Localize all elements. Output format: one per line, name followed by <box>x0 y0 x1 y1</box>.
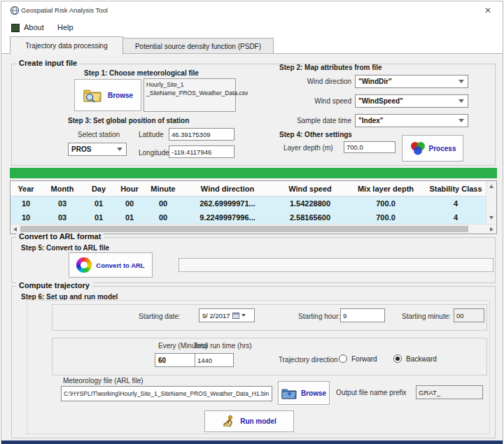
browse-met-file-button[interactable]: Browse <box>74 79 141 111</box>
cell: 10 <box>10 210 41 224</box>
starting-hour-label: Starting hour: <box>298 313 340 320</box>
trajectory-direction-label: Trajectory direction <box>279 356 338 364</box>
wind-direction-select[interactable]: "WindDir" <box>355 75 468 88</box>
process-progress-bar <box>10 168 497 178</box>
process-button[interactable]: Process <box>402 135 463 162</box>
table-row[interactable]: 10 03 01 01 00 9.2249997996... 2.5816560… <box>10 210 486 224</box>
starting-date-picker[interactable]: 9/ 2/2017 <box>199 308 255 322</box>
longitude-input[interactable] <box>169 145 234 158</box>
layer-depth-input[interactable] <box>344 141 396 153</box>
cell: 700.0 <box>346 210 425 224</box>
wind-speed-value: "WindSpeed" <box>358 97 403 105</box>
wind-direction-value: "WindDir" <box>358 78 392 85</box>
title-bar: Geospatial Risk Analysis Tool ✕ <box>1 1 503 20</box>
output-prefix-input[interactable] <box>416 385 483 399</box>
cell: 2.58165600 <box>274 210 346 224</box>
radio-selected-icon <box>393 355 402 363</box>
scroll-down-icon[interactable] <box>486 213 496 222</box>
browse-arl-button[interactable]: Browse <box>278 381 330 405</box>
convert-to-arl-label: Convert to ARL <box>96 262 144 269</box>
sample-date-value: "Index" <box>358 117 384 124</box>
close-icon[interactable]: ✕ <box>482 5 494 16</box>
col-day[interactable]: Day <box>83 181 114 196</box>
met-file-display: Hourly_Site_1 _SiteName_PROS_Weather_Dat… <box>144 78 236 112</box>
app-icon <box>10 6 20 15</box>
latitude-label: Latitude <box>139 131 164 138</box>
step2-title: Step 2: Map attributes from file <box>279 64 382 71</box>
station-select[interactable]: PROS <box>68 143 127 156</box>
scroll-up-icon[interactable] <box>486 182 496 191</box>
convert-progress-bar <box>178 258 493 272</box>
station-value: PROS <box>71 145 91 153</box>
col-mix-layer-depth[interactable]: Mix layer depth <box>346 181 425 196</box>
table-header-row: Year Month Day Hour Minute Wind directio… <box>10 181 486 196</box>
total-run-time-input[interactable] <box>195 353 234 367</box>
total-run-time-label: Total run time (hrs) <box>181 342 265 350</box>
cell: 01 <box>83 196 114 210</box>
met-arl-file-label: Meteorology file (ARL file) <box>63 377 144 385</box>
cell: 01 <box>114 210 145 224</box>
backward-label: Backward <box>406 355 437 363</box>
tab-trajectory-data-processing[interactable]: Trajectory data processing <box>10 36 123 55</box>
run-model-button[interactable]: Run model <box>204 410 294 432</box>
step3-title: Step 3: Set global position of station <box>68 117 189 124</box>
wind-speed-select[interactable]: "WindSpeed" <box>355 94 468 108</box>
tab-content: Create input file Step 1: Choose meteoro… <box>1 53 503 441</box>
starting-hour-input[interactable] <box>340 308 385 322</box>
weather-data-table: Year Month Day Hour Minute Wind directio… <box>10 180 497 234</box>
cell: 262.69999971... <box>181 196 274 210</box>
met-file-line1: Hourly_Site_1 <box>146 80 233 89</box>
cell: 9.2249997996... <box>181 210 274 224</box>
starting-minute-input[interactable] <box>454 308 484 322</box>
create-input-title: Create input file <box>16 59 80 67</box>
col-wind-direction[interactable]: Wind direction <box>181 181 274 196</box>
output-prefix-label: Output file name prefix <box>336 389 407 396</box>
col-wind-speed[interactable]: Wind speed <box>274 181 346 196</box>
cell: 4 <box>425 196 486 210</box>
cell: 00 <box>145 210 181 224</box>
col-stability-class[interactable]: Stability Class <box>425 181 486 196</box>
about-icon <box>11 24 20 32</box>
col-hour[interactable]: Hour <box>114 181 145 196</box>
window-title: Geospatial Risk Analysis Tool <box>21 6 108 14</box>
convert-title: Convert to ARL format <box>16 232 104 241</box>
menu-item-about[interactable]: About <box>21 22 47 32</box>
step1-title: Step 1: Choose meteorological file <box>84 69 199 77</box>
wind-speed-label: Wind speed <box>267 97 351 105</box>
menu-item-help[interactable]: Help <box>55 22 76 32</box>
cell: 700.0 <box>346 196 425 210</box>
col-month[interactable]: Month <box>41 181 83 196</box>
folder-arrow-icon <box>281 387 297 399</box>
compute-title: Compute trajectory <box>16 281 92 289</box>
rgb-circles-icon <box>410 141 426 156</box>
run-model-icon <box>222 415 236 429</box>
cell: 01 <box>83 210 114 224</box>
vertical-scrollbar[interactable] <box>486 181 496 224</box>
browse-arl-label: Browse <box>301 389 326 397</box>
cell: 4 <box>425 210 486 224</box>
latitude-input[interactable] <box>169 128 234 141</box>
scrollbar-thumb[interactable] <box>20 226 468 232</box>
sample-date-label: Sample date time <box>267 117 351 124</box>
chevron-down-icon <box>458 119 464 122</box>
radio-icon <box>339 355 347 363</box>
scroll-right-icon[interactable] <box>487 224 496 234</box>
browse-met-file-label: Browse <box>108 92 133 99</box>
tab-psdf[interactable]: Potential source density function (PSDF) <box>122 38 274 55</box>
run-model-label: Run model <box>240 417 276 425</box>
starting-date-value: 9/ 2/2017 <box>202 312 230 320</box>
color-ring-icon <box>76 257 92 273</box>
sample-date-select[interactable]: "Index" <box>355 114 468 127</box>
cell: 00 <box>145 196 181 210</box>
backward-radio[interactable]: Backward <box>393 355 437 363</box>
met-arl-file-input[interactable] <box>61 386 272 401</box>
select-station-label: Select station <box>78 131 120 138</box>
convert-to-arl-button[interactable]: Convert to ARL <box>69 252 153 278</box>
col-minute[interactable]: Minute <box>145 181 181 196</box>
longitude-label: Longitude <box>139 149 169 157</box>
wind-direction-label: Wind direction <box>267 78 351 85</box>
forward-radio[interactable]: Forward <box>339 355 377 363</box>
col-year[interactable]: Year <box>10 181 41 196</box>
process-label: Process <box>429 145 456 152</box>
table-row[interactable]: 10 03 01 00 00 262.69999971... 1.5422880… <box>10 196 486 210</box>
